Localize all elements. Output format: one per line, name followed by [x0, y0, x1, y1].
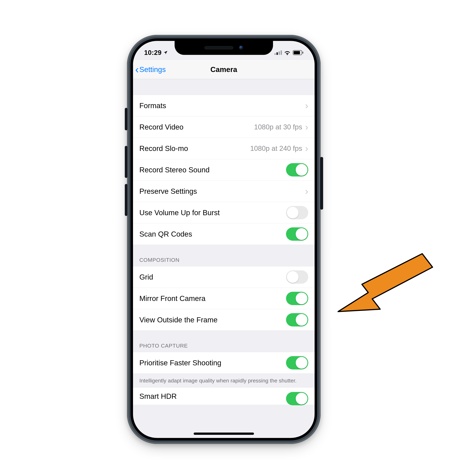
row-detail: 1080p at 240 fps	[250, 145, 302, 152]
battery-icon	[293, 50, 304, 55]
row-label: Mirror Front Camera	[139, 294, 286, 303]
row-label: Formats	[139, 101, 305, 110]
back-button[interactable]: ‹ Settings	[135, 60, 166, 79]
row-label: Smart HDR	[139, 392, 286, 400]
screen: 10:29	[133, 41, 315, 438]
row-label: Prioritise Faster Shooting	[139, 359, 286, 367]
notch	[175, 41, 273, 55]
front-camera	[239, 46, 243, 50]
row-scan-qr[interactable]: Scan QR Codes	[133, 223, 315, 245]
toggle-volume-burst[interactable]	[286, 206, 308, 219]
row-smart-hdr[interactable]: Smart HDR	[133, 387, 315, 405]
wifi-icon	[284, 50, 291, 55]
row-record-video[interactable]: Record Video 1080p at 30 fps ›	[133, 116, 315, 138]
prioritise-footer: Intelligently adapt image quality when r…	[133, 373, 315, 387]
section-header-photo-capture: PHOTO CAPTURE	[133, 331, 315, 352]
back-label: Settings	[139, 65, 166, 74]
chevron-right-icon: ›	[305, 144, 308, 153]
page-title: Camera	[211, 65, 237, 74]
row-prioritise-faster[interactable]: Prioritise Faster Shooting	[133, 352, 315, 373]
home-indicator[interactable]	[194, 433, 254, 435]
row-label: Record Video	[139, 123, 254, 131]
row-formats[interactable]: Formats ›	[133, 95, 315, 116]
speaker-grille	[205, 46, 233, 49]
row-volume-burst[interactable]: Use Volume Up for Burst	[133, 202, 315, 223]
navigation-bar: ‹ Settings Camera	[133, 60, 315, 79]
volume-up-button	[125, 146, 127, 178]
chevron-right-icon: ›	[305, 186, 308, 196]
ringer-switch	[125, 108, 127, 130]
row-label: Use Volume Up for Burst	[139, 208, 286, 217]
volume-down-button	[125, 184, 127, 216]
row-preserve-settings[interactable]: Preserve Settings ›	[133, 180, 315, 202]
toggle-mirror-front[interactable]	[286, 292, 308, 305]
row-label: Record Stereo Sound	[139, 166, 286, 174]
chevron-left-icon: ‹	[135, 64, 139, 75]
toggle-smart-hdr[interactable]	[286, 392, 308, 405]
toggle-record-stereo[interactable]	[286, 163, 308, 176]
row-record-slomo[interactable]: Record Slo-mo 1080p at 240 fps ›	[133, 138, 315, 159]
chevron-right-icon: ›	[305, 122, 308, 132]
row-label: Preserve Settings	[139, 187, 305, 195]
row-grid[interactable]: Grid	[133, 266, 315, 288]
toggle-grid[interactable]	[286, 270, 308, 284]
side-button	[320, 157, 323, 210]
row-detail: 1080p at 30 fps	[254, 123, 302, 131]
row-mirror-front[interactable]: Mirror Front Camera	[133, 288, 315, 309]
toggle-scan-qr[interactable]	[286, 227, 308, 241]
cellular-signal-icon	[275, 50, 282, 55]
toggle-prioritise-faster[interactable]	[286, 356, 308, 369]
svg-rect-5	[294, 51, 300, 54]
status-time: 10:29	[144, 49, 162, 56]
phone-frame: 10:29	[127, 35, 321, 444]
row-view-outside[interactable]: View Outside the Frame	[133, 309, 315, 331]
chevron-right-icon: ›	[305, 101, 308, 110]
callout-arrow	[331, 250, 436, 326]
section-header-composition: COMPOSITION	[133, 245, 315, 266]
row-label: Scan QR Codes	[139, 230, 286, 238]
location-icon	[163, 50, 168, 55]
row-label: View Outside the Frame	[139, 316, 286, 324]
row-label: Record Slo-mo	[139, 144, 250, 153]
toggle-view-outside[interactable]	[286, 313, 308, 326]
row-record-stereo[interactable]: Record Stereo Sound	[133, 159, 315, 180]
svg-rect-6	[302, 52, 303, 54]
row-label: Grid	[139, 273, 286, 281]
settings-list[interactable]: Formats › Record Video 1080p at 30 fps ›…	[133, 79, 315, 433]
